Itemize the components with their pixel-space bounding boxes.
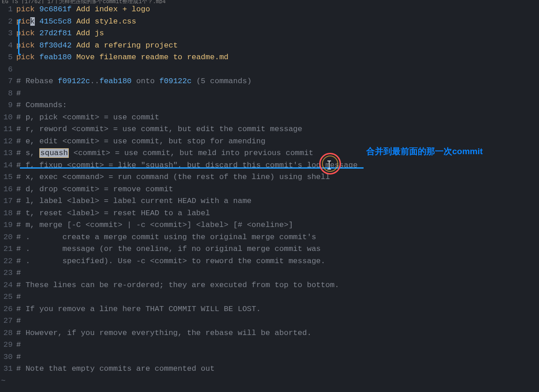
dots: .. <box>90 77 99 85</box>
comment-text: # <box>16 315 539 327</box>
comment-text: # . specified). Use -c <commit> to rewor… <box>16 255 539 268</box>
line-number: 16 <box>0 184 16 196</box>
code-line: 26# If you remove a line here THAT COMMI… <box>0 303 539 316</box>
line-number: 19 <box>0 219 16 231</box>
git-ref: f09122c <box>159 77 191 85</box>
comment-text: # If you remove a line here THAT COMMIT … <box>16 303 539 316</box>
code-line: 3pick 27d2f81 Add js <box>0 28 539 40</box>
line-number: 9 <box>0 99 16 112</box>
text-cursor-icon <box>329 161 330 169</box>
commit-message: Add a refering project <box>76 41 178 50</box>
line-number: 18 <box>0 208 16 220</box>
code-line: 14# f, fixup <commit> = like "squash", b… <box>0 160 539 172</box>
line-number: 15 <box>0 171 16 184</box>
line-number: 5 <box>0 52 16 64</box>
editor-area[interactable]: 1pick 9c6861f Add index + logo 2pick 415… <box>0 4 539 387</box>
code-line: 29# <box>0 339 539 351</box>
commit-hash: 27d2f81 <box>39 29 71 38</box>
comment-text: # <box>16 351 539 364</box>
code-line: 11# r, reword <commit> = use commit, but… <box>0 123 539 136</box>
comment-text: # s, <box>16 149 39 157</box>
line-number: 14 <box>0 160 16 172</box>
line-number: 27 <box>0 315 16 327</box>
comment-text: # f, fixup <commit> = like "squash", but… <box>16 160 539 172</box>
code-line: 23# <box>0 267 539 279</box>
line-number: 1 <box>0 4 16 16</box>
commit-hash: 415c5c8 <box>39 17 71 26</box>
comment-text: # These lines can be re-ordered; they ar… <box>16 279 539 292</box>
comment-text: onto <box>132 77 159 85</box>
code-line: 5pick feab180 Move filename readme to re… <box>0 52 539 64</box>
annotation-underline-icon <box>20 167 364 169</box>
comment-text: # <box>16 88 539 100</box>
comment-text: # Commands: <box>16 99 539 112</box>
comment-text: # <box>16 291 539 303</box>
line-number: 20 <box>0 231 16 244</box>
git-ref: f09122c <box>58 77 90 85</box>
commit-message: Add index + logo <box>76 5 150 14</box>
code-line: 22# . specified). Use -c <commit> to rew… <box>0 255 539 268</box>
git-ref: feab180 <box>99 77 132 85</box>
commit-hash: 8f30d42 <box>39 41 71 50</box>
line-number: 30 <box>0 351 16 364</box>
code-line: 9# Commands: <box>0 99 539 112</box>
line-number: 26 <box>0 303 16 316</box>
code-line: 25# <box>0 291 539 303</box>
code-line: 2pick 415c5c8 Add style.css <box>0 16 539 28</box>
annotation-bracket-icon <box>18 19 21 55</box>
code-line: 30# <box>0 351 539 364</box>
comment-text: # However, if you remove everything, the… <box>16 327 539 340</box>
line-number: 8 <box>0 88 16 100</box>
comment-text: (5 commands) <box>192 77 252 85</box>
comment-text: # <box>16 267 539 279</box>
comment-text: # Note that empty commits are commented … <box>16 363 539 375</box>
line-number: 2 <box>0 16 16 28</box>
commit-hash: 9c6861f <box>39 5 71 14</box>
comment-text: # . create a merge commit using the orig… <box>16 231 539 244</box>
code-line: 27# <box>0 315 539 327</box>
comment-text: # m, merge [-C <commit> | -c <commit>] <… <box>16 219 539 231</box>
line-number: 6 <box>0 64 16 76</box>
line-number: 31 <box>0 363 16 375</box>
comment-text: # t, reset <label> = reset HEAD to a lab… <box>16 208 539 220</box>
code-line: 4pick 8f30d42 Add a refering project <box>0 40 539 52</box>
line-number: 13 <box>0 147 16 160</box>
code-line: 1pick 9c6861f Add index + logo <box>0 4 539 16</box>
line-number: 10 <box>0 112 16 124</box>
line-number: 29 <box>0 339 16 351</box>
comment-text: # p, pick <commit> = use commit <box>16 112 539 124</box>
annotation-text: 合并到最前面的那一次commit <box>366 146 483 158</box>
comment-text: # x, exec <command> = run command (the r… <box>16 171 539 184</box>
code-line: 18# t, reset <label> = reset HEAD to a l… <box>0 208 539 220</box>
commit-message: Add style.css <box>76 17 137 26</box>
code-line: 17# l, label <label> = label current HEA… <box>0 195 539 208</box>
line-number: 7 <box>0 76 16 88</box>
commit-hash: feab180 <box>39 53 71 61</box>
comment-text: # Rebase <box>16 77 58 85</box>
code-line: 28# However, if you remove everything, t… <box>0 327 539 340</box>
commit-message: Add js <box>76 29 104 38</box>
line-number: 28 <box>0 327 16 340</box>
vim-tilde: ~ <box>0 375 539 387</box>
line-number: 25 <box>0 291 16 303</box>
comment-text: # . message (or the oneline, if no origi… <box>16 243 539 255</box>
line-number: 22 <box>0 255 16 268</box>
comment-text: # d, drop <commit> = remove commit <box>16 184 539 196</box>
highlighted-word-squash: squash <box>39 148 69 158</box>
line-number: 12 <box>0 136 16 148</box>
line-number: 21 <box>0 243 16 255</box>
comment-text: # r, reword <commit> = use commit, but e… <box>16 123 539 136</box>
code-line: 10# p, pick <commit> = use commit <box>0 112 539 124</box>
code-line: 19# m, merge [-C <commit> | -c <commit>]… <box>0 219 539 231</box>
line-number: 11 <box>0 123 16 136</box>
code-line: 20# . create a merge commit using the or… <box>0 231 539 244</box>
comment-text: # l, label <label> = label current HEAD … <box>16 195 539 208</box>
comment-text: <commit> = use commit, but meld into pre… <box>69 149 313 157</box>
code-line: 7# Rebase f09122c..feab180 onto f09122c … <box>0 76 539 88</box>
code-line: 24# These lines can be re-ordered; they … <box>0 279 539 292</box>
comment-text: # <box>16 339 539 351</box>
line-number: 17 <box>0 195 16 208</box>
line-number: 24 <box>0 279 16 292</box>
code-line: 31# Note that empty commits are commente… <box>0 363 539 375</box>
line-number: 23 <box>0 267 16 279</box>
